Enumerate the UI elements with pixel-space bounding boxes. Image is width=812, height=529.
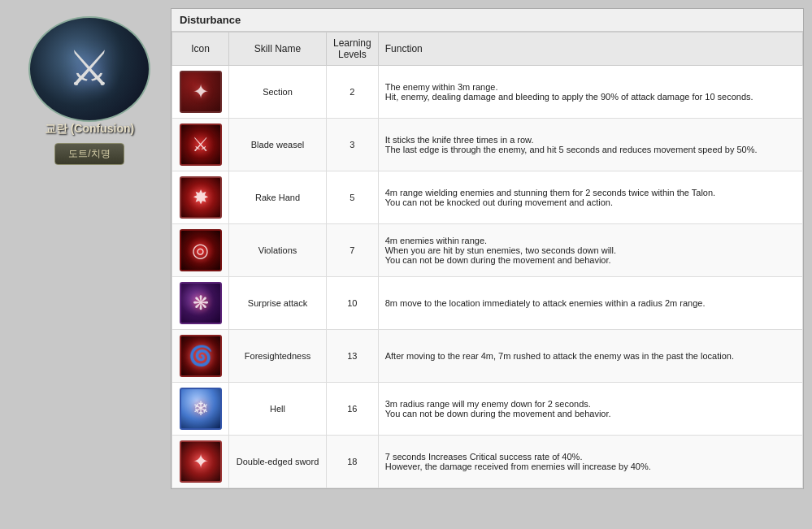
skill-name: Surprise attack xyxy=(229,277,327,330)
skill-icon: ✦ xyxy=(180,71,222,113)
character-name: 교란 (Confusion) xyxy=(45,122,134,137)
skill-function: 3m radius range will my enemy down for 2… xyxy=(378,383,802,436)
skills-table: Icon Skill Name LearningLevels Function … xyxy=(172,32,803,488)
skill-icon-cell: ❄ xyxy=(172,383,229,436)
skill-function: 4m enemies within range.When you are hit… xyxy=(378,224,802,277)
table-row: 🌀Foresightedness13After moving to the re… xyxy=(172,330,803,383)
skill-level: 18 xyxy=(327,436,379,488)
table-header-row: Icon Skill Name LearningLevels Function xyxy=(172,33,803,66)
skill-icon-cell: ✦ xyxy=(172,66,229,119)
skill-name: Foresightedness xyxy=(229,330,327,383)
header-icon: Icon xyxy=(172,33,229,66)
skill-function: After moving to the rear 4m, 7m rushed t… xyxy=(378,330,802,383)
header-learning-levels: LearningLevels xyxy=(327,33,379,66)
left-panel: ⚔ 교란 (Confusion) 도트/치명 xyxy=(8,8,171,173)
skill-icon: ◎ xyxy=(180,229,222,271)
skill-level: 10 xyxy=(327,277,379,330)
skill-level: 13 xyxy=(327,330,379,383)
character-badge[interactable]: 도트/치명 xyxy=(54,143,124,165)
skill-icon-cell: ⚔ xyxy=(172,119,229,171)
skill-name: Rake Hand xyxy=(229,171,327,224)
skill-function: 8m move to the location immediately to a… xyxy=(378,277,802,330)
skill-icon-cell: ✸ xyxy=(172,171,229,224)
skill-icon-cell: ✦ xyxy=(172,436,229,488)
skill-icon: ❄ xyxy=(180,388,222,430)
header-function: Function xyxy=(378,33,802,66)
skill-function: The enemy within 3m range.Hit, enemy, de… xyxy=(378,66,802,119)
table-row: ❄Hell163m radius range will my enemy dow… xyxy=(172,383,803,436)
skill-function: 4m range wielding enemies and stunning t… xyxy=(378,171,802,224)
table-row: ✸Rake Hand54m range wielding enemies and… xyxy=(172,171,803,224)
skill-name: Hell xyxy=(229,383,327,436)
table-title: Disturbance xyxy=(172,9,803,32)
skill-level: 3 xyxy=(327,119,379,171)
skill-icon: ⚔ xyxy=(180,124,222,166)
skill-icon: ❋ xyxy=(180,282,222,324)
skill-name: Double-edged sword xyxy=(229,436,327,488)
table-row: ⚔Blade weasel3It sticks the knife three … xyxy=(172,119,803,171)
header-skill-name: Skill Name xyxy=(229,33,327,66)
table-row: ✦Double-edged sword187 seconds Increases… xyxy=(172,436,803,488)
main-content: Disturbance Icon Skill Name LearningLeve… xyxy=(171,8,804,489)
skill-icon: ✦ xyxy=(180,440,222,483)
skill-name: Blade weasel xyxy=(229,119,327,171)
skill-level: 5 xyxy=(327,171,379,224)
skill-level: 2 xyxy=(327,66,379,119)
skill-level: 16 xyxy=(327,383,379,436)
skill-level: 7 xyxy=(327,224,379,277)
table-row: ❋Surprise attack108m move to the locatio… xyxy=(172,277,803,330)
skill-function: It sticks the knife three times in a row… xyxy=(378,119,802,171)
skill-function: 7 seconds Increases Critical success rat… xyxy=(378,436,802,488)
table-row: ◎Violations74m enemies within range.When… xyxy=(172,224,803,277)
character-face-icon: ⚔ xyxy=(67,45,111,93)
table-row: ✦Section2The enemy within 3m range.Hit, … xyxy=(172,66,803,119)
skill-icon-cell: ❋ xyxy=(172,277,229,330)
skill-icon-cell: ◎ xyxy=(172,224,229,277)
skill-icon-cell: 🌀 xyxy=(172,330,229,383)
skill-icon: 🌀 xyxy=(180,335,222,377)
skill-name: Section xyxy=(229,66,327,119)
skill-icon: ✸ xyxy=(180,176,222,219)
skill-name: Violations xyxy=(229,224,327,277)
character-icon: ⚔ xyxy=(28,16,150,122)
